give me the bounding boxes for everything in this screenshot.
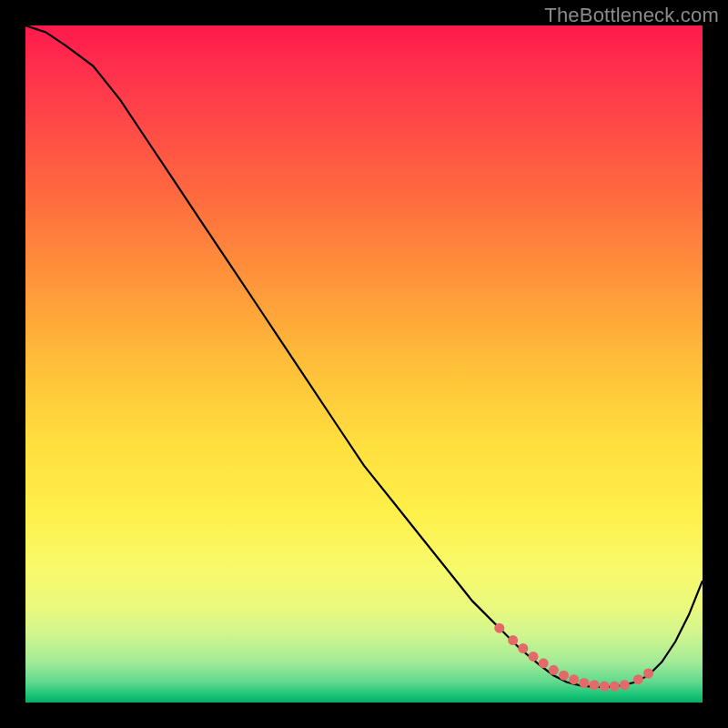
highlight-marker — [508, 635, 518, 645]
highlight-marker — [569, 674, 579, 684]
highlight-marker — [610, 682, 620, 692]
highlight-markers-group — [494, 623, 653, 692]
highlight-marker — [518, 643, 528, 653]
bottleneck-curve — [25, 25, 703, 687]
highlight-marker — [529, 652, 539, 662]
chart-overlay-svg — [25, 25, 703, 703]
highlight-marker — [539, 658, 549, 668]
highlight-marker — [590, 680, 600, 690]
highlight-marker — [600, 682, 610, 692]
highlight-marker — [633, 674, 643, 684]
highlight-marker — [549, 665, 559, 675]
watermark-text: TheBottleneck.com — [544, 4, 719, 27]
highlight-marker — [643, 669, 653, 679]
chart-frame: TheBottleneck.com — [0, 0, 728, 728]
highlight-marker — [559, 671, 569, 681]
highlight-marker — [579, 678, 589, 688]
highlight-marker — [494, 623, 504, 633]
highlight-marker — [620, 680, 630, 690]
